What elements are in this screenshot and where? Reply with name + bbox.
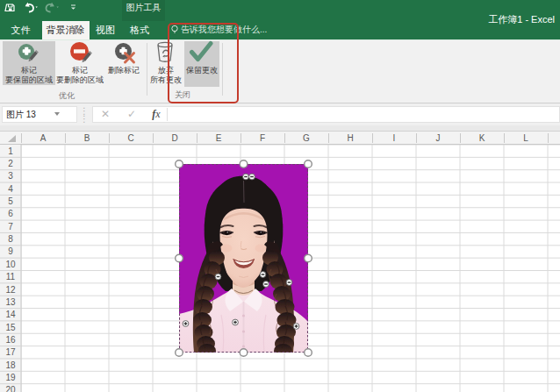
svg-text:13: 13: [5, 296, 16, 306]
svg-text:15: 15: [5, 322, 16, 331]
svg-text:20: 20: [5, 385, 16, 392]
svg-text:14: 14: [5, 310, 16, 319]
svg-text:9: 9: [8, 246, 13, 256]
svg-text:7: 7: [8, 221, 13, 231]
svg-text:18: 18: [5, 360, 16, 369]
svg-text:16: 16: [5, 334, 16, 344]
svg-text:10: 10: [5, 259, 16, 268]
svg-text:1: 1: [8, 146, 13, 155]
svg-text:19: 19: [5, 372, 16, 381]
svg-text:11: 11: [6, 272, 16, 282]
svg-text:17: 17: [5, 347, 16, 357]
svg-text:8: 8: [8, 234, 13, 244]
svg-text:5: 5: [8, 196, 13, 206]
svg-text:12: 12: [5, 284, 16, 294]
svg-text:4: 4: [8, 183, 13, 193]
svg-text:3: 3: [8, 171, 13, 181]
svg-text:6: 6: [8, 209, 13, 218]
svg-text:2: 2: [8, 159, 13, 168]
